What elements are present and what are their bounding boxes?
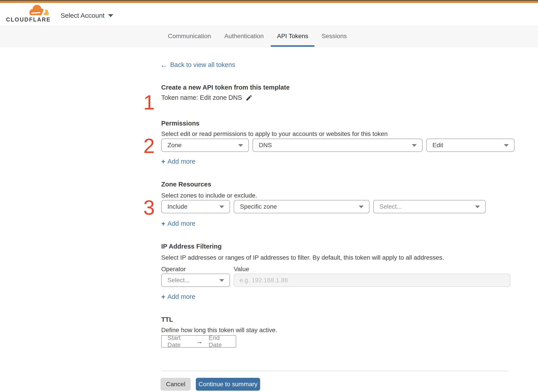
app-header: CLOUDFLARE Select Account — [0, 3, 538, 25]
chevron-down-icon — [219, 279, 224, 282]
tab-api-tokens[interactable]: API Tokens — [276, 25, 309, 47]
cloudflare-cloud-icon — [27, 4, 50, 16]
brand-orange-bar — [0, 1, 538, 3]
zone-select-dropdown[interactable]: Select... — [373, 200, 486, 213]
tab-bar: Communication Authentication API Tokens … — [0, 25, 538, 47]
permission-category-dropdown[interactable]: DNS — [253, 139, 422, 152]
token-name-row: Token name: Edit zone DNS — [161, 94, 253, 101]
ttl-description: Define how long this token will stay act… — [161, 327, 277, 334]
tab-communication[interactable]: Communication — [168, 25, 211, 47]
cloudflare-logo: CLOUDFLARE — [6, 4, 52, 23]
chevron-down-icon — [412, 144, 417, 147]
tab-sessions[interactable]: Sessions — [321, 25, 347, 47]
chevron-down-icon — [219, 205, 224, 208]
chevron-down-icon — [359, 205, 364, 208]
create-token-heading: Create a new API token from this templat… — [161, 84, 290, 91]
step-marker-1: 1 — [140, 92, 158, 113]
permissions-heading: Permissions — [161, 120, 199, 127]
back-arrow-icon: ← — [160, 61, 168, 69]
cloudflare-wordmark: CLOUDFLARE — [6, 16, 52, 23]
start-date-placeholder: Start Date — [168, 334, 191, 349]
permission-access-dropdown[interactable]: Edit — [426, 139, 515, 152]
chevron-down-icon — [504, 144, 509, 147]
account-selector-label: Select Account — [61, 12, 104, 19]
back-link-label: Back to view all tokens — [170, 61, 235, 69]
ip-operator-dropdown[interactable]: Select... — [161, 274, 230, 287]
footer-divider — [161, 371, 509, 371]
chevron-down-icon — [238, 144, 243, 147]
ip-filtering-add-more-link[interactable]: + Add more — [161, 293, 195, 300]
zone-resources-heading: Zone Resources — [161, 181, 211, 188]
step-marker-3: 3 — [140, 197, 158, 218]
zone-type-dropdown[interactable]: Specific zone — [234, 200, 370, 213]
ip-value-input[interactable] — [234, 274, 510, 287]
tabs: Communication Authentication API Tokens … — [168, 25, 347, 47]
right-arrow-icon: → — [196, 338, 203, 345]
ip-filtering-description: Select IP addresses or ranges of IP addr… — [161, 254, 444, 261]
permission-scope-dropdown[interactable]: Zone — [161, 139, 249, 152]
zone-mode-dropdown[interactable]: Include — [161, 200, 230, 213]
edit-pencil-icon[interactable] — [245, 94, 253, 101]
step-marker-2: 2 — [140, 136, 158, 156]
zone-resources-add-more-link[interactable]: + Add more — [161, 220, 195, 227]
operator-label: Operator — [161, 266, 186, 273]
back-to-tokens-link[interactable]: ← Back to view all tokens — [160, 61, 235, 69]
zone-resources-description: Select zones to include or exclude. — [161, 192, 257, 199]
continue-to-summary-button[interactable]: Continue to summary — [196, 378, 260, 391]
permissions-add-more-link[interactable]: + Add more — [161, 158, 195, 165]
ttl-heading: TTL — [161, 316, 173, 323]
end-date-placeholder: End Date — [209, 334, 230, 349]
permissions-description: Select edit or read permissions to apply… — [161, 130, 388, 137]
plus-icon: + — [161, 220, 165, 227]
plus-icon: + — [161, 293, 165, 300]
cancel-button[interactable]: Cancel — [161, 378, 191, 391]
plus-icon: + — [161, 158, 165, 165]
chevron-down-icon — [475, 205, 480, 208]
ip-filtering-heading: IP Address Filtering — [161, 243, 222, 250]
ttl-date-range-picker[interactable]: Start Date → End Date — [161, 335, 236, 348]
chevron-down-icon — [108, 14, 113, 17]
value-label: Value — [234, 266, 249, 273]
tab-authentication[interactable]: Authentication — [224, 25, 264, 47]
account-selector[interactable]: Select Account — [61, 10, 113, 21]
token-name-text: Token name: Edit zone DNS — [161, 94, 242, 101]
